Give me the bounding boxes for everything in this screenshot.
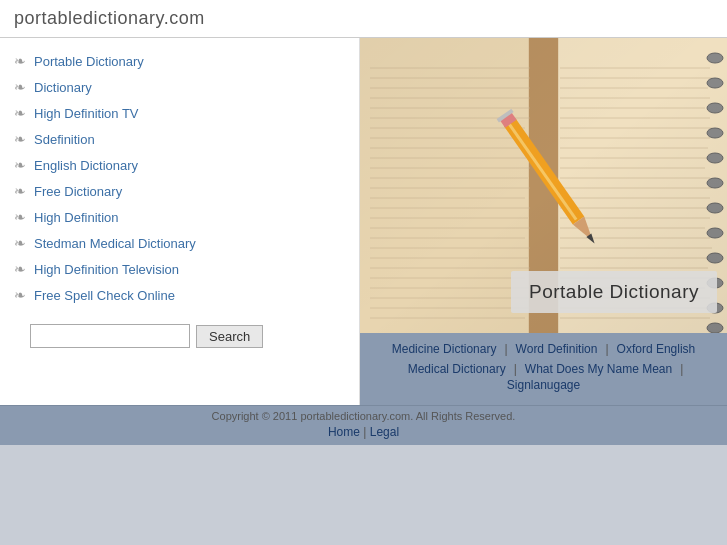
- search-area: Search: [0, 308, 359, 368]
- overlay-title: Portable Dictionary: [529, 281, 699, 302]
- sidebar-item-portable-dictionary[interactable]: ❧Portable Dictionary: [0, 48, 359, 74]
- sidebar-link-high-definition[interactable]: High Definition: [34, 210, 119, 225]
- sidebar-link-sdefinition[interactable]: Sdefinition: [34, 132, 95, 147]
- sidebar-link-dictionary[interactable]: Dictionary: [34, 80, 92, 95]
- footer-links: Home | Legal: [10, 425, 717, 439]
- sidebar-item-english-dictionary[interactable]: ❧English Dictionary: [0, 152, 359, 178]
- bottom-links-row2: Medical Dictionary | What Does My Name M…: [370, 361, 717, 393]
- medicine-dictionary-link[interactable]: Medicine Dictionary: [386, 341, 503, 357]
- sidebar-link-high-definition-television[interactable]: High Definition Television: [34, 262, 179, 277]
- sep2: |: [603, 341, 610, 357]
- sidebar-item-stedman-medical-dictionary[interactable]: ❧Stedman Medical Dictionary: [0, 230, 359, 256]
- bullet-icon: ❧: [14, 79, 26, 95]
- sidebar-link-english-dictionary[interactable]: English Dictionary: [34, 158, 138, 173]
- sidebar-item-high-definition[interactable]: ❧High Definition: [0, 204, 359, 230]
- bullet-icon: ❧: [14, 183, 26, 199]
- main-content: ❧Portable Dictionary❧Dictionary❧High Def…: [0, 38, 727, 405]
- bullet-icon: ❧: [14, 261, 26, 277]
- bottom-links-row1: Medicine Dictionary | Word Definition | …: [370, 341, 717, 357]
- site-title: portabledictionary.com: [14, 8, 713, 29]
- sidebar-items: ❧Portable Dictionary❧Dictionary❧High Def…: [0, 48, 359, 308]
- sep3: |: [512, 361, 519, 377]
- home-link[interactable]: Home: [328, 425, 360, 439]
- bullet-icon: ❧: [14, 131, 26, 147]
- bottom-links: Medicine Dictionary | Word Definition | …: [360, 333, 727, 405]
- footer: Copyright © 2011 portabledictionary.com.…: [0, 405, 727, 445]
- sidebar-item-dictionary[interactable]: ❧Dictionary: [0, 74, 359, 100]
- word-definition-link[interactable]: Word Definition: [510, 341, 604, 357]
- sep1: |: [502, 341, 509, 357]
- oxford-english-link[interactable]: Oxford English: [611, 341, 702, 357]
- sidebar-item-high-definition-television[interactable]: ❧High Definition Television: [0, 256, 359, 282]
- legal-link[interactable]: Legal: [370, 425, 399, 439]
- signlanugage-link[interactable]: Signlanugage: [501, 377, 586, 393]
- sidebar-item-sdefinition[interactable]: ❧Sdefinition: [0, 126, 359, 152]
- what-does-my-name-mean-link[interactable]: What Does My Name Mean: [519, 361, 678, 377]
- sidebar-link-high-definition-tv[interactable]: High Definition TV: [34, 106, 139, 121]
- bullet-icon: ❧: [14, 105, 26, 121]
- bullet-icon: ❧: [14, 235, 26, 251]
- bullet-icon: ❧: [14, 287, 26, 303]
- sidebar-link-free-dictionary[interactable]: Free Dictionary: [34, 184, 122, 199]
- sidebar-item-high-definition-tv[interactable]: ❧High Definition TV: [0, 100, 359, 126]
- sidebar-item-free-dictionary[interactable]: ❧Free Dictionary: [0, 178, 359, 204]
- right-panel: Portable Dictionary Medicine Dictionary …: [360, 38, 727, 405]
- search-button[interactable]: Search: [196, 325, 263, 348]
- bullet-icon: ❧: [14, 53, 26, 69]
- sidebar-link-portable-dictionary[interactable]: Portable Dictionary: [34, 54, 144, 69]
- portable-dictionary-overlay: Portable Dictionary: [511, 271, 717, 313]
- below-area: [0, 445, 727, 545]
- copyright-text: Copyright © 2011 portabledictionary.com.…: [10, 410, 717, 422]
- sidebar-link-free-spell-check-online[interactable]: Free Spell Check Online: [34, 288, 175, 303]
- sidebar-item-free-spell-check-online[interactable]: ❧Free Spell Check Online: [0, 282, 359, 308]
- search-input[interactable]: [30, 324, 190, 348]
- bullet-icon: ❧: [14, 157, 26, 173]
- bullet-icon: ❧: [14, 209, 26, 225]
- sidebar: ❧Portable Dictionary❧Dictionary❧High Def…: [0, 38, 360, 405]
- sidebar-link-stedman-medical-dictionary[interactable]: Stedman Medical Dictionary: [34, 236, 196, 251]
- medical-dictionary-link[interactable]: Medical Dictionary: [402, 361, 512, 377]
- header: portabledictionary.com: [0, 0, 727, 38]
- sep4: |: [678, 361, 685, 377]
- book-image: Portable Dictionary: [360, 38, 727, 333]
